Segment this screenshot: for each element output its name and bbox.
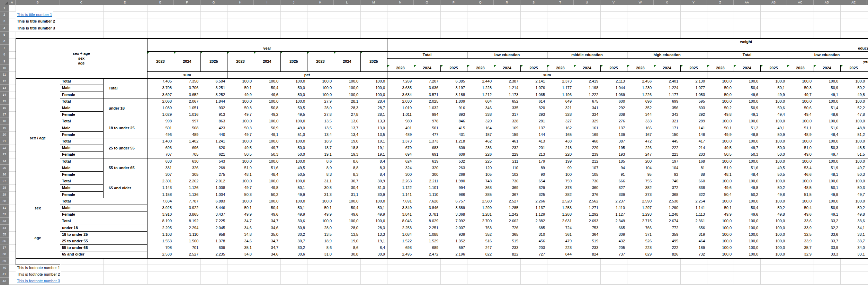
cell[interactable]: 363 [467,184,494,191]
cell[interactable]: 100,0 [760,98,787,105]
cell[interactable]: 320 [467,118,494,124]
cell[interactable]: 48,1 [707,171,734,178]
cell[interactable]: 660 [680,178,707,184]
cell[interactable]: 1.103 [147,231,174,238]
cell[interactable]: 1.228 [467,85,494,91]
cell[interactable]: 100,0 [814,98,840,105]
cell[interactable]: 3.571 [414,92,440,98]
cell[interactable]: 35,1 [227,244,254,251]
cell[interactable]: 1.008 [200,184,227,191]
cell[interactable]: 2.045 [200,225,227,231]
cell[interactable]: 516 [467,238,494,244]
stub-c-cell[interactable]: Male [60,165,103,171]
cell[interactable]: 359 [654,231,680,238]
row-header-cell[interactable]: 2 [0,11,9,18]
stub-d-cell[interactable]: Total [103,78,147,98]
cell[interactable]: 34,1 [840,225,867,231]
row-header-cell[interactable]: 24 [0,158,9,165]
cell[interactable]: 479 [547,238,574,244]
cell[interactable]: 49,7 [227,111,254,118]
cell[interactable]: 310 [520,231,547,238]
cell[interactable]: 766 [627,225,654,231]
cell[interactable]: 1.173 [494,92,520,98]
cell[interactable]: 13,5 [360,131,387,138]
cell[interactable]: 2.538 [654,198,680,205]
cell[interactable]: 50,9 [814,205,840,211]
cell[interactable]: 1.809 [440,98,467,105]
cell[interactable]: 2.263 [387,178,414,184]
cell[interactable]: 100,0 [707,98,734,105]
cell[interactable]: 50,3 [814,145,840,151]
education-group-cell[interactable]: Total [707,51,787,58]
row-header-cell[interactable]: 27 [0,178,9,184]
cell[interactable]: 33,6 [787,218,814,224]
cell[interactable]: 1.113 [680,211,707,218]
year-header-cell[interactable]: 2023 [227,51,254,71]
cell[interactable]: 193 [600,151,627,158]
cell[interactable]: 327 [547,118,574,124]
cell[interactable]: 100,0 [254,198,280,205]
cell[interactable]: 50,1 [707,125,734,131]
cell[interactable]: 320 [520,105,547,111]
cell[interactable]: 34,0 [840,244,867,251]
cell[interactable]: 30,6 [280,251,307,258]
cell[interactable]: 33,1 [840,231,867,238]
cell[interactable]: 691 [414,151,440,158]
cell[interactable]: 2.262 [174,178,200,184]
cell[interactable]: 292 [600,105,627,111]
year-variable-cell[interactable]: year [387,58,868,65]
row-header-cell[interactable]: 10 [0,65,9,71]
cell[interactable]: 1.268 [547,211,574,218]
cell[interactable]: 100,0 [707,198,734,205]
cell[interactable]: 100,0 [707,158,734,165]
cell[interactable]: 100,0 [734,138,760,145]
cell[interactable]: 1.400 [147,138,174,145]
cell[interactable]: 33,1 [840,251,867,258]
cell[interactable]: 50,0 [280,92,307,98]
cell[interactable]: 997 [174,118,200,124]
cell[interactable]: 229 [574,145,600,151]
cell[interactable]: 48,8 [840,125,867,131]
cell[interactable]: 49,6 [334,211,360,218]
cell[interactable]: 3.368 [440,211,467,218]
cell[interactable]: 49,5 [280,165,307,171]
stub-c-cell[interactable]: Female [60,171,103,178]
cell[interactable]: 532 [440,158,467,165]
year-header-cell[interactable]: 2024 [414,65,440,71]
cell[interactable]: 7.225 [200,218,227,224]
year-variable-cell[interactable]: year [147,45,387,51]
cell[interactable]: 165 [547,131,574,138]
cell[interactable]: 50,3 [734,151,760,158]
cell[interactable]: 50,1 [760,85,787,91]
cell[interactable]: 2.007 [440,225,467,231]
cell[interactable]: 100,0 [707,78,734,85]
cell[interactable]: 1.019 [387,105,414,111]
cell[interactable]: 49,1 [734,111,760,118]
cell[interactable]: 696 [174,145,200,151]
cell[interactable]: 705 [174,151,200,158]
education-group-cell[interactable]: high education [627,51,707,58]
cell[interactable]: 100,0 [787,78,814,85]
stub-c-cell[interactable]: Male [60,85,103,91]
cell[interactable]: 939 [440,231,467,238]
cell[interactable]: 33,6 [840,218,867,224]
cell[interactable]: 462 [467,138,494,145]
cell[interactable]: 324 [387,165,414,171]
cell[interactable]: 100,0 [787,138,814,145]
cell[interactable]: 333 [627,118,654,124]
cell[interactable]: 195 [600,145,627,151]
cell[interactable]: 19,1 [360,138,387,145]
cell[interactable]: 693 [147,145,174,151]
cell[interactable]: 2.067 [174,98,200,105]
cell[interactable]: 167 [627,131,654,138]
footnote-link[interactable]: This is footnote number 3 [16,278,61,284]
cell[interactable]: 110 [494,165,520,171]
cell[interactable]: 222 [654,145,680,151]
cell[interactable]: 1.293 [627,211,654,218]
stub-d-cell[interactable]: 65 and older [103,178,147,198]
cell[interactable]: 3.446 [200,205,227,211]
cell[interactable]: 30,9 [360,191,387,198]
cell[interactable]: 34,7 [254,238,280,244]
cell[interactable]: 319 [680,231,707,238]
cell[interactable]: 51,9 [227,165,254,171]
